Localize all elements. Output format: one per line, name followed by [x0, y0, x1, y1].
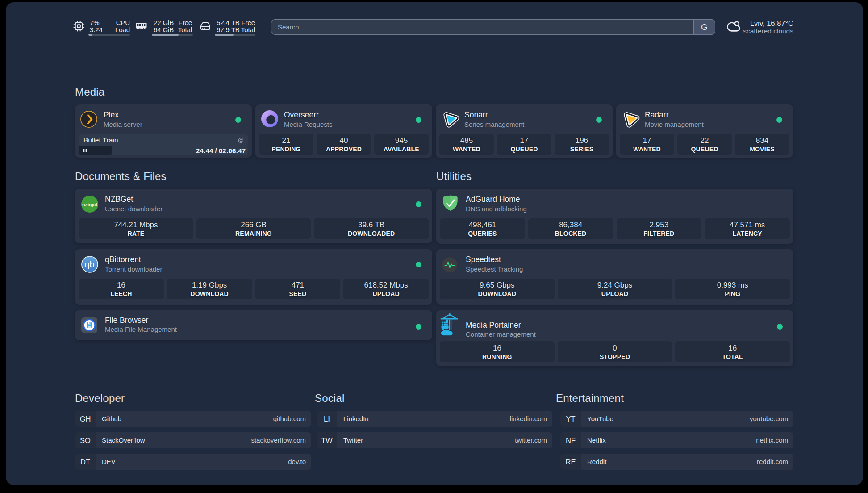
- svg-text:nzbget: nzbget: [82, 202, 97, 207]
- svg-text:qb: qb: [84, 259, 94, 269]
